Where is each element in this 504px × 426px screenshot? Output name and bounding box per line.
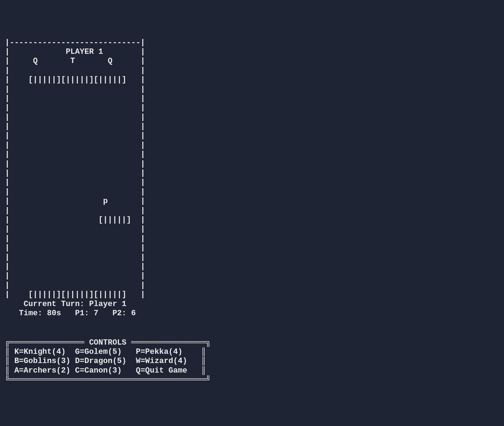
score-status: Time: 80s P1: 7 P2: 6 xyxy=(5,309,136,318)
arena-side-right: | xyxy=(141,215,145,224)
arena-side-right: | xyxy=(141,281,145,290)
health-bars-top: [|||||][|||||][|||||] xyxy=(10,75,126,84)
arena-side-right: | xyxy=(141,290,145,299)
player-label: PLAYER 1 xyxy=(10,47,103,56)
arena-side-right: | xyxy=(141,178,145,187)
arena-side-right: | xyxy=(141,160,145,168)
arena-side-right: | xyxy=(141,57,145,65)
arena-side-right: | xyxy=(141,75,145,84)
control-canon[interactable]: C=Canon(3) xyxy=(75,366,122,375)
arena-side-left: | xyxy=(5,206,10,215)
arena-side-right: | xyxy=(141,85,145,94)
towers-row: Q T Q xyxy=(10,57,112,65)
arena-side-right: | xyxy=(141,197,145,206)
arena-side-left: | xyxy=(5,197,10,206)
controls-title: CONTROLS xyxy=(89,338,127,347)
health-bar-mid: [|||||] xyxy=(10,215,131,224)
arena-side-right: | xyxy=(141,150,145,159)
arena-side-left: | xyxy=(5,281,10,290)
arena-side-left: | xyxy=(5,160,10,168)
control-dragon[interactable]: D=Dragon(5) xyxy=(75,357,126,365)
arena-side-left: | xyxy=(5,141,10,150)
arena-side-left: | xyxy=(5,94,10,103)
game-arena: |----------------------------| | PLAYER … xyxy=(0,38,504,318)
arena-side-left: | xyxy=(5,253,10,262)
control-goblins[interactable]: B=Goblins(3) xyxy=(14,357,70,365)
arena-side-left: | xyxy=(5,169,10,178)
arena-side-left: | xyxy=(5,262,10,271)
arena-side-left: | xyxy=(5,243,10,252)
arena-side-left: | xyxy=(5,47,10,56)
arena-side-left: | xyxy=(5,150,10,159)
arena-side-right: | xyxy=(141,234,145,243)
control-quit[interactable]: Q=Quit Game xyxy=(136,366,187,375)
arena-side-left: | xyxy=(5,188,10,196)
control-wizard[interactable]: W=Wizard(4) xyxy=(136,357,187,365)
arena-side-right: | xyxy=(141,243,145,252)
arena-side-left: | xyxy=(5,271,10,280)
arena-side-left: | xyxy=(5,178,10,187)
arena-side-right: | xyxy=(141,122,145,131)
arena-side-right: | xyxy=(141,188,145,196)
arena-side-right: | xyxy=(141,169,145,178)
control-golem[interactable]: G=Golem(5) xyxy=(75,347,122,356)
arena-side-left: | xyxy=(5,113,10,122)
arena-side-left: | xyxy=(5,122,10,131)
arena-side-right: | xyxy=(141,271,145,280)
arena-side-right: | xyxy=(141,103,145,112)
arena-side-right: | xyxy=(141,225,145,234)
arena-side-left: | xyxy=(5,225,10,234)
control-archers[interactable]: A=Archers(2) xyxy=(14,366,70,375)
arena-side-left: | xyxy=(5,85,10,94)
arena-side-left: | xyxy=(5,131,10,140)
controls-panel: ╔════════════════ CONTROLS ═════════════… xyxy=(5,338,504,385)
arena-side-right: | xyxy=(141,47,145,56)
arena-side-right: | xyxy=(141,131,145,140)
health-bars-bottom: [|||||][|||||][|||||] xyxy=(10,290,126,299)
arena-side-right: | xyxy=(141,66,145,75)
unit-pekka: p xyxy=(10,197,108,206)
arena-side-right: | xyxy=(141,262,145,271)
arena-side-left: | xyxy=(5,234,10,243)
arena-side-right: | xyxy=(141,113,145,122)
arena-side-left: | xyxy=(5,290,10,299)
arena-side-right: | xyxy=(141,94,145,103)
arena-side-right: | xyxy=(141,206,145,215)
arena-side-left: | xyxy=(5,66,10,75)
turn-status: Current Turn: Player 1 xyxy=(5,300,126,309)
arena-side-left: | xyxy=(5,57,10,65)
arena-top-border: |----------------------------| xyxy=(5,38,145,47)
arena-side-right: | xyxy=(141,141,145,150)
control-knight[interactable]: K=Knight(4) xyxy=(14,347,65,356)
arena-side-left: | xyxy=(5,75,10,84)
arena-side-left: | xyxy=(5,103,10,112)
control-pekka[interactable]: P=Pekka(4) xyxy=(136,347,183,356)
arena-side-left: | xyxy=(5,215,10,224)
arena-side-right: | xyxy=(141,253,145,262)
